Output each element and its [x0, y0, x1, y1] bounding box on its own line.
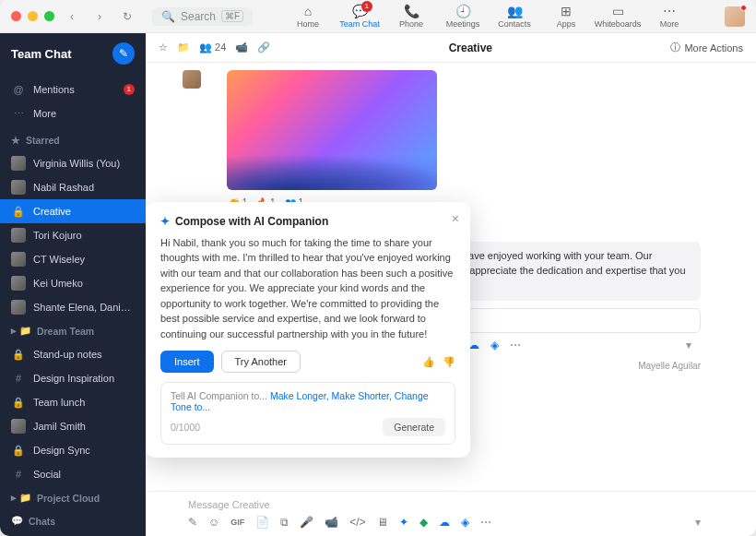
more-icon: ⋯ — [11, 106, 26, 121]
author-avatar — [183, 70, 201, 89]
more-icon[interactable]: ⋯ — [510, 339, 521, 351]
at-icon: @ — [11, 82, 26, 97]
chat-icon: 💬 — [11, 515, 23, 527]
popup-title: Compose with AI Companion — [175, 215, 328, 228]
gif-button[interactable]: GIF — [230, 518, 244, 527]
sidebar-item-virginia-willis-you-[interactable]: Virginia Willis (You) — [0, 151, 146, 175]
sidebar-item-design-inspiration[interactable]: #Design Inspiration — [0, 366, 146, 390]
tab-team-chat[interactable]: 💬Team Chat1 — [334, 4, 385, 29]
star-icon[interactable]: ☆ — [159, 42, 168, 54]
ai-generated-text: Hi Nabil, thank you so much for taking t… — [160, 235, 455, 342]
section-chats[interactable]: 💬 Chats — [0, 509, 146, 532]
window-maximize[interactable] — [44, 11, 54, 21]
ai-companion-popup: × ✦Compose with AI Companion Hi Nabil, t… — [146, 202, 470, 459]
avatar-icon — [11, 228, 26, 243]
info-icon: ⓘ — [670, 41, 680, 54]
nav-forward[interactable]: › — [89, 6, 110, 27]
sidebar-item-kei-umeko[interactable]: Kei Umeko — [0, 271, 146, 295]
hash-icon: # — [11, 371, 26, 386]
video-icon[interactable]: 📹 — [325, 516, 338, 529]
sparkle-icon[interactable]: ✦ — [399, 516, 408, 529]
lock-icon: 🔒 — [11, 347, 26, 362]
screen-icon[interactable]: 🖥 — [377, 516, 388, 529]
search-shortcut: ⌘F — [221, 10, 243, 22]
file-icon[interactable]: 📄 — [255, 516, 269, 529]
avatar-icon — [11, 156, 26, 171]
window-minimize[interactable] — [28, 11, 38, 21]
link-icon[interactable]: 🔗 — [257, 42, 270, 54]
make-longer-button[interactable]: Make Longer, — [270, 390, 329, 401]
hash-icon: # — [11, 467, 26, 482]
sidebar-item-stand-up-notes[interactable]: 🔒Stand-up notes — [0, 342, 146, 366]
composer-input[interactable]: Message Creative — [188, 495, 701, 514]
section-starred[interactable]: ★ Starred — [0, 129, 146, 151]
more-icon[interactable]: ⋯ — [480, 516, 491, 529]
history-icon[interactable]: ↻ — [117, 6, 137, 27]
tab-more[interactable]: ⋯More — [644, 4, 695, 29]
cloud-icon[interactable]: ☁ — [439, 516, 450, 529]
generate-button[interactable]: Generate — [383, 418, 445, 436]
tab-whiteboards[interactable]: ▭Whiteboards — [592, 4, 644, 29]
sidebar-item-creative[interactable]: 🔒Creative — [0, 199, 146, 223]
tab-contacts[interactable]: 👥Contacts — [489, 4, 540, 29]
lock-icon: 🔒 — [11, 204, 26, 219]
tab-phone[interactable]: 📞Phone — [385, 4, 437, 29]
window-close[interactable] — [11, 11, 21, 21]
emoji-icon[interactable]: ☺ — [208, 516, 219, 529]
search-icon: 🔍 — [161, 10, 175, 23]
app-icon[interactable]: ◈ — [490, 339, 499, 351]
mentions-badge: 1 — [124, 84, 135, 95]
app-icon[interactable]: ◈ — [461, 516, 469, 529]
code-icon[interactable]: </> — [349, 516, 365, 529]
tab-meetings[interactable]: 🕘Meetings — [437, 4, 489, 29]
avatar-icon — [11, 180, 26, 195]
avatar-icon — [11, 276, 26, 291]
popup-close[interactable]: × — [452, 211, 459, 226]
sidebar-item-design-sync[interactable]: 🔒Design Sync — [0, 438, 146, 462]
sidebar-item-social[interactable]: #Social — [0, 462, 146, 486]
tab-apps[interactable]: ⊞Apps — [540, 4, 592, 29]
try-another-button[interactable]: Try Another — [221, 351, 301, 373]
sidebar-item-brainstorming[interactable]: Brainstorming — [0, 532, 146, 536]
sidebar-item-ct-wiseley[interactable]: CT Wiseley — [0, 247, 146, 271]
members-icon[interactable]: 👥 24 — [199, 42, 226, 54]
sidebar-more[interactable]: ⋯ More — [0, 101, 146, 125]
insert-button[interactable]: Insert — [160, 351, 214, 373]
search-input[interactable]: 🔍 Search ⌘F — [152, 7, 253, 26]
sidebar-title[interactable]: Team Chat — [11, 47, 72, 61]
section-dreamteam[interactable]: ▸ 📁 Dream Team — [0, 319, 146, 342]
compose-button[interactable]: ✎ — [112, 42, 135, 65]
make-shorter-button[interactable]: Make Shorter, — [332, 390, 392, 401]
sidebar-item-jamil-smith[interactable]: Jamil Smith — [0, 414, 146, 438]
filter-icon[interactable]: ▾ — [686, 339, 691, 351]
nav-back[interactable]: ‹ — [62, 6, 82, 27]
thumbs-up-icon[interactable]: 👍 — [422, 356, 435, 368]
star-icon: ★ — [11, 135, 20, 146]
sidebar-item-shante-elena-daniel-[interactable]: Shante Elena, Daniel Bow... — [0, 295, 146, 319]
profile-avatar[interactable] — [725, 6, 745, 27]
sidebar-item-nabil-rashad[interactable]: Nabil Rashad — [0, 175, 146, 199]
filter-icon[interactable]: ▾ — [695, 516, 701, 529]
thumbs-down-icon[interactable]: 👎 — [443, 356, 455, 368]
more-actions-button[interactable]: ⓘ More Actions — [670, 41, 743, 54]
folder-icon: ▸ 📁 — [11, 492, 31, 504]
avatar-icon — [11, 419, 26, 434]
screenshot-icon[interactable]: ⧉ — [280, 516, 289, 529]
image-attachment[interactable] — [227, 70, 437, 190]
sidebar-item-tori-kojuro[interactable]: Tori Kojuro — [0, 223, 146, 247]
char-count: 0/1000 — [171, 422, 200, 433]
section-projectcloud[interactable]: ▸ 📁 Project Cloud — [0, 486, 146, 509]
format-icon[interactable]: ✎ — [188, 516, 197, 529]
ai-prompt-label: Tell AI Companion to... — [171, 390, 267, 401]
pin-icon[interactable]: 📁 — [177, 42, 190, 54]
folder-icon: ▸ 📁 — [11, 325, 31, 337]
drive-icon[interactable]: ◆ — [419, 516, 428, 529]
video-icon[interactable]: 📹 — [235, 42, 248, 54]
sidebar-item-team-lunch[interactable]: 🔒Team lunch — [0, 390, 146, 414]
search-placeholder: Search — [181, 10, 216, 23]
tab-home[interactable]: ⌂Home — [282, 4, 334, 29]
sidebar-mentions[interactable]: @ Mentions 1 — [0, 77, 146, 101]
sparkle-icon: ✦ — [160, 215, 170, 228]
audio-icon[interactable]: 🎤 — [300, 516, 313, 529]
avatar-icon — [11, 300, 26, 315]
